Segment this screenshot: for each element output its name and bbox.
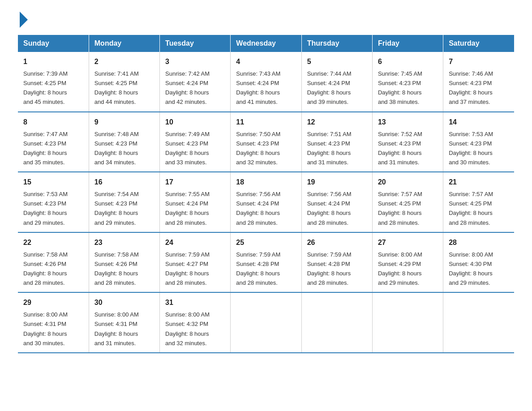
day-info: Sunrise: 7:59 AMSunset: 4:28 PMDaylight:… (307, 251, 352, 286)
header-thursday: Thursday (301, 35, 372, 52)
calendar-day-cell (372, 292, 443, 353)
logo-arrow-icon (20, 12, 28, 28)
calendar-header: Sunday Monday Tuesday Wednesday Thursday… (18, 35, 514, 52)
calendar-day-cell: 7 Sunrise: 7:46 AMSunset: 4:23 PMDayligh… (443, 52, 514, 112)
calendar-day-cell: 3 Sunrise: 7:42 AMSunset: 4:24 PMDayligh… (160, 52, 231, 112)
day-info: Sunrise: 7:47 AMSunset: 4:23 PMDaylight:… (23, 131, 68, 166)
calendar-day-cell: 4 Sunrise: 7:43 AMSunset: 4:24 PMDayligh… (231, 52, 301, 112)
day-number: 15 (23, 177, 83, 188)
day-number: 9 (94, 117, 154, 128)
header-monday: Monday (89, 35, 159, 52)
day-number: 19 (307, 177, 367, 188)
day-number: 22 (23, 237, 83, 248)
calendar-day-cell: 10 Sunrise: 7:49 AMSunset: 4:23 PMDaylig… (160, 112, 231, 172)
calendar-week-row: 1 Sunrise: 7:39 AMSunset: 4:25 PMDayligh… (18, 52, 514, 112)
day-number: 28 (449, 237, 509, 248)
day-number: 24 (165, 237, 225, 248)
calendar-day-cell: 17 Sunrise: 7:55 AMSunset: 4:24 PMDaylig… (160, 172, 231, 232)
calendar-day-cell: 23 Sunrise: 7:58 AMSunset: 4:26 PMDaylig… (89, 232, 159, 293)
day-info: Sunrise: 8:00 AMSunset: 4:31 PMDaylight:… (23, 311, 68, 346)
day-number: 27 (378, 237, 438, 248)
calendar-day-cell: 19 Sunrise: 7:56 AMSunset: 4:24 PMDaylig… (301, 172, 372, 232)
calendar-day-cell: 14 Sunrise: 7:53 AMSunset: 4:23 PMDaylig… (443, 112, 514, 172)
day-number: 6 (378, 56, 438, 67)
calendar-day-cell: 24 Sunrise: 7:59 AMSunset: 4:27 PMDaylig… (160, 232, 231, 293)
day-info: Sunrise: 7:42 AMSunset: 4:24 PMDaylight:… (165, 70, 210, 105)
day-info: Sunrise: 7:50 AMSunset: 4:23 PMDaylight:… (236, 131, 280, 166)
day-info: Sunrise: 8:00 AMSunset: 4:30 PMDaylight:… (449, 251, 493, 286)
day-info: Sunrise: 7:39 AMSunset: 4:25 PMDaylight:… (23, 70, 68, 105)
day-info: Sunrise: 7:55 AMSunset: 4:24 PMDaylight:… (165, 191, 210, 226)
calendar-day-cell: 18 Sunrise: 7:56 AMSunset: 4:24 PMDaylig… (231, 172, 301, 232)
day-number: 30 (94, 297, 154, 308)
day-info: Sunrise: 7:58 AMSunset: 4:26 PMDaylight:… (94, 251, 139, 286)
calendar-day-cell: 28 Sunrise: 8:00 AMSunset: 4:30 PMDaylig… (443, 232, 514, 293)
calendar-day-cell: 21 Sunrise: 7:57 AMSunset: 4:25 PMDaylig… (443, 172, 514, 232)
day-info: Sunrise: 7:48 AMSunset: 4:23 PMDaylight:… (94, 131, 139, 166)
calendar-day-cell: 2 Sunrise: 7:41 AMSunset: 4:25 PMDayligh… (89, 52, 159, 112)
calendar-day-cell: 29 Sunrise: 8:00 AMSunset: 4:31 PMDaylig… (18, 292, 89, 353)
day-info: Sunrise: 7:57 AMSunset: 4:25 PMDaylight:… (449, 191, 493, 226)
calendar-day-cell: 30 Sunrise: 8:00 AMSunset: 4:31 PMDaylig… (89, 292, 159, 353)
calendar-day-cell: 27 Sunrise: 8:00 AMSunset: 4:29 PMDaylig… (372, 232, 443, 293)
calendar-body: 1 Sunrise: 7:39 AMSunset: 4:25 PMDayligh… (18, 52, 514, 353)
day-number: 5 (307, 56, 367, 67)
calendar-day-cell: 15 Sunrise: 7:53 AMSunset: 4:23 PMDaylig… (18, 172, 89, 232)
day-number: 26 (307, 237, 367, 248)
day-info: Sunrise: 7:44 AMSunset: 4:24 PMDaylight:… (307, 70, 352, 105)
header-wednesday: Wednesday (231, 35, 301, 52)
day-number: 20 (378, 177, 438, 188)
calendar-week-row: 22 Sunrise: 7:58 AMSunset: 4:26 PMDaylig… (18, 232, 514, 293)
header-row: Sunday Monday Tuesday Wednesday Thursday… (18, 35, 514, 52)
calendar-day-cell: 13 Sunrise: 7:52 AMSunset: 4:23 PMDaylig… (372, 112, 443, 172)
day-number: 11 (236, 117, 296, 128)
day-number: 14 (449, 117, 509, 128)
day-number: 23 (94, 237, 154, 248)
calendar-day-cell: 1 Sunrise: 7:39 AMSunset: 4:25 PMDayligh… (18, 52, 89, 112)
day-info: Sunrise: 7:59 AMSunset: 4:28 PMDaylight:… (236, 251, 280, 286)
page-header (18, 13, 514, 26)
calendar-day-cell (231, 292, 301, 353)
day-info: Sunrise: 7:54 AMSunset: 4:23 PMDaylight:… (94, 191, 139, 226)
day-number: 17 (165, 177, 225, 188)
calendar-day-cell: 11 Sunrise: 7:50 AMSunset: 4:23 PMDaylig… (231, 112, 301, 172)
day-info: Sunrise: 7:57 AMSunset: 4:25 PMDaylight:… (378, 191, 422, 226)
calendar-day-cell: 12 Sunrise: 7:51 AMSunset: 4:23 PMDaylig… (301, 112, 372, 172)
calendar-table: Sunday Monday Tuesday Wednesday Thursday… (18, 35, 514, 353)
day-number: 16 (94, 177, 154, 188)
day-info: Sunrise: 7:49 AMSunset: 4:23 PMDaylight:… (165, 131, 210, 166)
calendar-week-row: 29 Sunrise: 8:00 AMSunset: 4:31 PMDaylig… (18, 292, 514, 353)
day-number: 8 (23, 117, 83, 128)
calendar-day-cell (443, 292, 514, 353)
day-info: Sunrise: 8:00 AMSunset: 4:29 PMDaylight:… (378, 251, 422, 286)
day-info: Sunrise: 7:43 AMSunset: 4:24 PMDaylight:… (236, 70, 280, 105)
day-info: Sunrise: 7:56 AMSunset: 4:24 PMDaylight:… (236, 191, 280, 226)
calendar-day-cell: 16 Sunrise: 7:54 AMSunset: 4:23 PMDaylig… (89, 172, 159, 232)
calendar-day-cell: 8 Sunrise: 7:47 AMSunset: 4:23 PMDayligh… (18, 112, 89, 172)
day-info: Sunrise: 7:46 AMSunset: 4:23 PMDaylight:… (449, 70, 493, 105)
day-number: 7 (449, 56, 509, 67)
day-info: Sunrise: 7:52 AMSunset: 4:23 PMDaylight:… (378, 131, 422, 166)
calendar-week-row: 8 Sunrise: 7:47 AMSunset: 4:23 PMDayligh… (18, 112, 514, 172)
day-info: Sunrise: 7:53 AMSunset: 4:23 PMDaylight:… (449, 131, 493, 166)
day-info: Sunrise: 7:41 AMSunset: 4:25 PMDaylight:… (94, 70, 139, 105)
day-info: Sunrise: 7:58 AMSunset: 4:26 PMDaylight:… (23, 251, 68, 286)
header-tuesday: Tuesday (160, 35, 231, 52)
calendar-week-row: 15 Sunrise: 7:53 AMSunset: 4:23 PMDaylig… (18, 172, 514, 232)
day-info: Sunrise: 8:00 AMSunset: 4:32 PMDaylight:… (165, 311, 210, 346)
day-info: Sunrise: 7:51 AMSunset: 4:23 PMDaylight:… (307, 131, 352, 166)
day-info: Sunrise: 7:45 AMSunset: 4:23 PMDaylight:… (378, 70, 422, 105)
day-number: 25 (236, 237, 296, 248)
calendar-day-cell: 9 Sunrise: 7:48 AMSunset: 4:23 PMDayligh… (89, 112, 159, 172)
day-info: Sunrise: 8:00 AMSunset: 4:31 PMDaylight:… (94, 311, 139, 346)
header-sunday: Sunday (18, 35, 89, 52)
calendar-day-cell: 25 Sunrise: 7:59 AMSunset: 4:28 PMDaylig… (231, 232, 301, 293)
day-number: 12 (307, 117, 367, 128)
day-info: Sunrise: 7:56 AMSunset: 4:24 PMDaylight:… (307, 191, 352, 226)
calendar-day-cell: 6 Sunrise: 7:45 AMSunset: 4:23 PMDayligh… (372, 52, 443, 112)
day-number: 31 (165, 297, 225, 308)
day-number: 29 (23, 297, 83, 308)
day-number: 3 (165, 56, 225, 67)
calendar-day-cell: 22 Sunrise: 7:58 AMSunset: 4:26 PMDaylig… (18, 232, 89, 293)
day-info: Sunrise: 7:53 AMSunset: 4:23 PMDaylight:… (23, 191, 68, 226)
